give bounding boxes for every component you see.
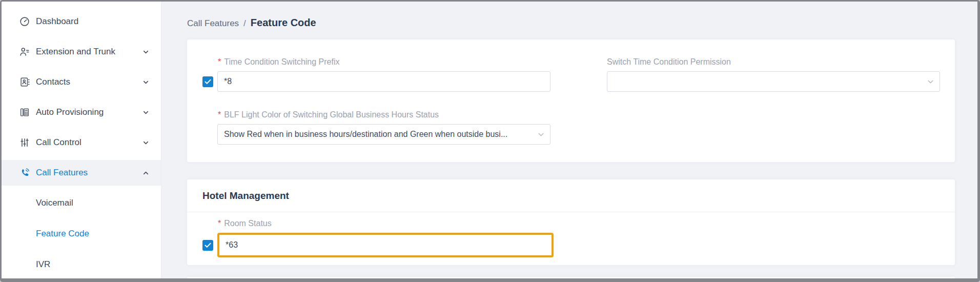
required-asterisk: * [218, 219, 221, 228]
sidebar-item-label: Extension and Trunk [36, 47, 142, 57]
room-status-highlight-outline [217, 233, 554, 257]
field-label: Switch Time Condition Permission [607, 57, 940, 67]
field-label: * BLF Light Color of Switching Global Bu… [218, 110, 955, 120]
room-status-checkbox[interactable] [202, 240, 213, 251]
checkmark-icon [205, 243, 211, 248]
field-blf-light-color: * BLF Light Color of Switching Global Bu… [202, 110, 955, 145]
field-time-condition-prefix: * Time Condition Switching Prefix [202, 57, 550, 92]
app-window: Dashboard Extension and Trunk Contacts [0, 0, 980, 282]
sidebar-item-extension-and-trunk[interactable]: Extension and Trunk [2, 39, 161, 65]
chevron-down-icon [537, 131, 545, 138]
section-title: Hotel Management [187, 179, 955, 212]
main-content: Call Features / Feature Code * Time Cond… [161, 2, 977, 278]
time-condition-prefix-input[interactable] [217, 71, 550, 92]
select-value: Show Red when in business hours/destinat… [224, 130, 507, 139]
sidebar-item-dashboard[interactable]: Dashboard [2, 9, 161, 34]
field-label: * Room Status [218, 218, 955, 229]
feature-code-card: * Time Condition Switching Prefix Switch… [187, 39, 955, 162]
sidebar-subitem-label: IVR [36, 259, 50, 270]
sidebar-item-ivr[interactable]: IVR [2, 252, 161, 277]
checkmark-icon [205, 79, 211, 85]
sidebar-item-call-features[interactable]: Call Features [2, 160, 161, 186]
sidebar-item-auto-provisioning[interactable]: Auto Provisioning [2, 99, 161, 125]
next-section-card-edge [187, 277, 955, 278]
field-room-status [202, 233, 955, 257]
switch-time-condition-permission-select[interactable] [607, 71, 940, 92]
sidebar-item-contacts[interactable]: Contacts [2, 69, 161, 95]
sidebar-subitem-label: Voicemail [36, 198, 73, 208]
sidebar: Dashboard Extension and Trunk Contacts [2, 2, 161, 278]
sidebar-item-voicemail[interactable]: Voicemail [2, 190, 161, 216]
time-condition-prefix-checkbox[interactable] [202, 76, 213, 87]
chevron-down-icon [142, 139, 150, 146]
sidebar-item-label: Dashboard [36, 16, 150, 27]
breadcrumb-separator: / [243, 18, 246, 29]
desk-phone-icon [18, 106, 31, 118]
room-status-input[interactable] [219, 235, 552, 255]
phone-call-icon [18, 167, 31, 179]
sidebar-item-label: Call Control [36, 137, 142, 148]
required-asterisk: * [218, 57, 221, 67]
field-label: * Time Condition Switching Prefix [218, 57, 550, 67]
dashboard-icon [18, 15, 31, 28]
chevron-up-icon [142, 169, 150, 176]
chevron-down-icon [142, 78, 150, 86]
extension-trunk-icon [18, 46, 31, 58]
chevron-down-icon [142, 48, 150, 55]
sidebar-item-label: Call Features [36, 168, 142, 178]
sidebar-item-call-control[interactable]: Call Control [2, 130, 161, 155]
required-asterisk: * [218, 110, 221, 119]
sidebar-item-label: Auto Provisioning [36, 107, 142, 117]
sliders-icon [18, 136, 31, 149]
chevron-down-icon [142, 109, 150, 116]
chevron-down-icon [927, 78, 934, 86]
contacts-icon [18, 76, 31, 88]
page-title: Feature Code [251, 17, 316, 29]
hotel-management-card: Hotel Management * Room Status [187, 179, 955, 265]
breadcrumb-parent[interactable]: Call Features [187, 18, 239, 29]
sidebar-item-label: Contacts [36, 77, 142, 87]
sidebar-subitem-label: Feature Code [36, 229, 89, 239]
breadcrumb: Call Features / Feature Code [187, 17, 955, 29]
sidebar-item-feature-code[interactable]: Feature Code [2, 221, 161, 247]
field-switch-time-condition-permission: Switch Time Condition Permission [607, 57, 940, 92]
blf-light-color-select[interactable]: Show Red when in business hours/destinat… [217, 124, 550, 145]
